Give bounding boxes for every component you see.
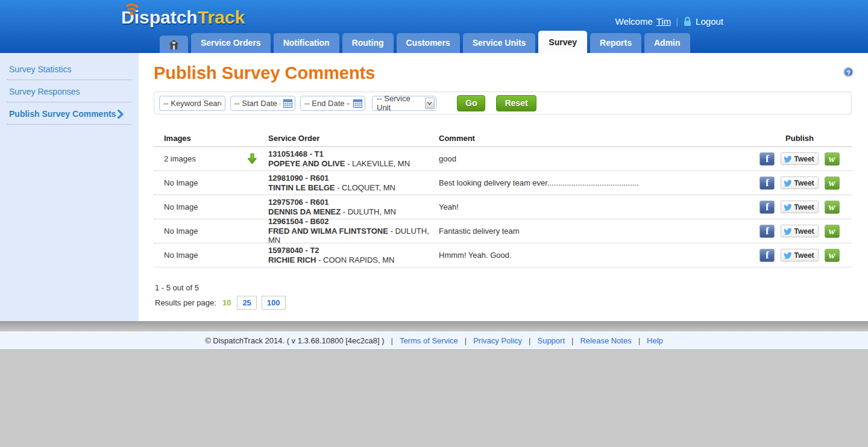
images-count: No Image bbox=[164, 178, 198, 187]
tab-service-units[interactable]: Service Units bbox=[463, 33, 536, 53]
tweet-button[interactable]: Tweet bbox=[781, 201, 818, 213]
logo-text-track: Track bbox=[198, 7, 245, 27]
tweet-button[interactable]: Tweet bbox=[781, 249, 818, 261]
main-nav: Service Orders Notification Routing Cust… bbox=[160, 31, 690, 53]
images-cell: No Image bbox=[154, 178, 268, 187]
app-logo[interactable]: DispatchTrack bbox=[121, 7, 245, 28]
welcome-label: Welcome bbox=[615, 16, 653, 27]
tab-admin[interactable]: Admin bbox=[644, 33, 690, 53]
comment-cell: Hmmm! Yeah. Good. bbox=[439, 251, 747, 260]
tweet-button[interactable]: Tweet bbox=[781, 152, 818, 165]
reset-button[interactable]: Reset bbox=[496, 95, 536, 111]
keyword-search-input[interactable] bbox=[159, 96, 225, 111]
publish-cell: f Tweet w bbox=[747, 249, 852, 262]
publish-cell: f Tweet w bbox=[747, 201, 852, 214]
sidebar-item-publish-survey-comments[interactable]: Publish Survey Comments bbox=[7, 102, 131, 125]
footer-link-help[interactable]: Help bbox=[647, 336, 663, 345]
order-number: 131051468 - T1 bbox=[268, 149, 439, 159]
web-publish-button[interactable]: w bbox=[825, 152, 840, 166]
service-unit-select[interactable]: -- Service Unit bbox=[372, 96, 436, 111]
tweet-button[interactable]: Tweet bbox=[781, 177, 818, 189]
customer-name: POPEYE AND OLIVE bbox=[268, 159, 345, 168]
tab-home[interactable] bbox=[160, 36, 188, 53]
order-number: 12975706 - R601 bbox=[268, 198, 439, 207]
footer-link-support[interactable]: Support bbox=[537, 336, 565, 345]
main-panel: Publish Survey Comments ? bbox=[139, 53, 868, 321]
facebook-share-button[interactable]: f bbox=[760, 152, 775, 166]
chevron-right-icon bbox=[117, 110, 124, 119]
web-publish-button[interactable]: w bbox=[825, 249, 840, 262]
customer-location: - COON RAPIDS, MN bbox=[318, 255, 394, 264]
go-button[interactable]: Go bbox=[457, 95, 485, 111]
publish-cell: f Tweet w bbox=[747, 225, 852, 238]
tab-notification[interactable]: Notification bbox=[274, 33, 339, 53]
per-page-25[interactable]: 25 bbox=[237, 296, 256, 310]
results-summary: 1 - 5 out of 5 bbox=[155, 283, 199, 292]
tab-reports[interactable]: Reports bbox=[590, 33, 641, 53]
start-date-field bbox=[230, 96, 295, 111]
user-area: Welcome Tim | Logout bbox=[615, 16, 723, 27]
customer-location: - DULUTH, MN bbox=[343, 207, 396, 216]
table-row: 2 images 131051468 - T1 bbox=[154, 147, 852, 171]
order-number: 12961504 - B602 bbox=[268, 217, 439, 227]
footer-link-terms-of-service[interactable]: Terms of Service bbox=[400, 336, 458, 345]
images-cell: No Image bbox=[154, 251, 268, 260]
tab-routing[interactable]: Routing bbox=[342, 33, 394, 53]
publish-cell: f Tweet w bbox=[747, 152, 852, 166]
customer-name: RICHIE RICH bbox=[268, 255, 316, 264]
username-link[interactable]: Tim bbox=[656, 16, 671, 27]
web-publish-button[interactable]: w bbox=[825, 177, 840, 190]
footer-separator: | bbox=[529, 336, 530, 345]
order-number: 12981090 - R601 bbox=[268, 173, 439, 183]
per-page-100[interactable]: 100 bbox=[262, 296, 286, 310]
service-unit-value: -- Service Unit bbox=[377, 94, 425, 112]
tab-customers[interactable]: Customers bbox=[397, 33, 460, 53]
footer: © DispatchTrack 2014. ( v 1.3.68.10800 [… bbox=[0, 331, 868, 350]
table-row: No Image 15978040 - T2 RICHIE RICH - COO… bbox=[154, 243, 852, 267]
footer-link-privacy-policy[interactable]: Privacy Policy bbox=[473, 336, 522, 345]
column-header-images: Images bbox=[154, 134, 268, 143]
download-images-icon[interactable] bbox=[247, 153, 257, 164]
house-icon bbox=[169, 40, 179, 49]
sidebar-item-label: Publish Survey Comments bbox=[9, 109, 116, 119]
logout-link[interactable]: Logout bbox=[696, 16, 723, 27]
images-count: No Image bbox=[164, 202, 198, 211]
customer-location: - CLOQUET, MN bbox=[337, 183, 395, 192]
content-area: Survey Statistics Survey Responses Publi… bbox=[0, 53, 868, 321]
publish-cell: f Tweet w bbox=[747, 177, 852, 190]
start-date-calendar-icon[interactable] bbox=[283, 99, 292, 108]
tweet-button[interactable]: Tweet bbox=[781, 225, 818, 237]
sidebar-item-label: Survey Responses bbox=[9, 87, 80, 96]
help-icon[interactable]: ? bbox=[843, 67, 854, 77]
facebook-share-button[interactable]: f bbox=[760, 249, 775, 262]
tab-survey[interactable]: Survey bbox=[538, 31, 587, 53]
twitter-bird-icon bbox=[784, 180, 792, 187]
comment-cell: Best looking delivery team ever.........… bbox=[439, 178, 747, 187]
sidebar-item-label: Survey Statistics bbox=[9, 64, 71, 74]
service-order-cell: 131051468 - T1 POPEYE AND OLIVE - LAKEVI… bbox=[268, 149, 439, 169]
table-row: No Image 12981090 - R601 TINTIN LE BELGE… bbox=[154, 171, 852, 195]
facebook-share-button[interactable]: f bbox=[760, 225, 775, 238]
sidebar-item-survey-statistics[interactable]: Survey Statistics bbox=[7, 58, 131, 80]
end-date-calendar-icon[interactable] bbox=[353, 99, 362, 108]
footer-separator: | bbox=[571, 336, 573, 345]
footer-separator: | bbox=[638, 336, 640, 345]
per-page-10[interactable]: 10 bbox=[221, 296, 232, 309]
tweet-label: Tweet bbox=[794, 227, 814, 236]
facebook-share-button[interactable]: f bbox=[760, 201, 775, 214]
table-header-row: Images Service Order Comment Publish bbox=[154, 130, 852, 147]
web-publish-button[interactable]: w bbox=[825, 201, 840, 214]
footer-link-release-notes[interactable]: Release Notes bbox=[580, 336, 631, 345]
tab-service-orders[interactable]: Service Orders bbox=[191, 33, 271, 53]
web-publish-button[interactable]: w bbox=[825, 225, 840, 238]
survey-comments-table: Images Service Order Comment Publish 2 i… bbox=[154, 130, 852, 267]
customer-name: DENNIS DA MENEZ bbox=[268, 207, 341, 216]
sidebar: Survey Statistics Survey Responses Publi… bbox=[0, 53, 139, 321]
service-order-cell: 15978040 - T2 RICHIE RICH - COON RAPIDS,… bbox=[268, 246, 439, 265]
images-cell: 2 images bbox=[154, 153, 268, 164]
sidebar-item-survey-responses[interactable]: Survey Responses bbox=[7, 80, 131, 102]
facebook-share-button[interactable]: f bbox=[760, 177, 775, 190]
footer-separator: | bbox=[391, 336, 393, 345]
order-number: 15978040 - T2 bbox=[268, 246, 439, 255]
images-count[interactable]: 2 images bbox=[164, 154, 196, 163]
